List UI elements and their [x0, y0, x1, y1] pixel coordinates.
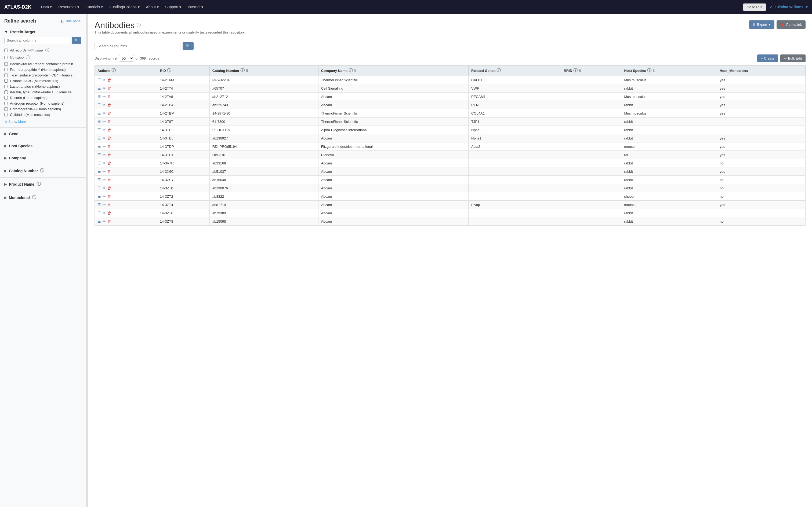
delete-icon-2[interactable]: 🗑: [107, 95, 111, 99]
sidebar-resizer[interactable]: ⋮: [86, 14, 88, 507]
edit-icon-9[interactable]: ✏: [103, 153, 106, 157]
view-icon-11[interactable]: ☰: [97, 169, 101, 174]
col-info-icon-actions[interactable]: ⓘ: [111, 68, 116, 73]
user-dropdown-icon[interactable]: ▾: [806, 5, 808, 9]
filter-option-4[interactable]: Lactotransferrin (Homo sapiens): [4, 84, 81, 89]
edit-icon-14[interactable]: ✏: [103, 194, 106, 199]
delete-icon-9[interactable]: 🗑: [107, 153, 111, 157]
nav-funding[interactable]: Funding/Collabs ▾: [106, 0, 143, 14]
title-info-icon[interactable]: ⓘ: [137, 22, 141, 28]
share-icon[interactable]: ↗: [769, 4, 773, 10]
delete-icon-0[interactable]: 🗑: [107, 78, 111, 82]
catalog-section-header[interactable]: ▶ Catalog Number ⓘ: [4, 167, 81, 175]
edit-icon-13[interactable]: ✏: [103, 186, 106, 190]
view-icon-6[interactable]: ☰: [97, 128, 101, 132]
view-icon-7[interactable]: ☰: [97, 136, 101, 140]
col-filter-icon-catalog[interactable]: ⇅: [246, 69, 248, 72]
col-info-icon-rid[interactable]: ⓘ: [167, 68, 171, 73]
protein-target-search-button[interactable]: 🔍: [72, 37, 81, 44]
view-icon-5[interactable]: ☰: [97, 119, 101, 124]
company-section-header[interactable]: ▶ Company: [4, 155, 81, 161]
edit-icon-16[interactable]: ✏: [103, 211, 106, 215]
filter-checkbox-2[interactable]: [4, 73, 8, 77]
filter-checkbox-6[interactable]: [4, 96, 8, 100]
view-icon-17[interactable]: ☰: [97, 219, 101, 223]
filter-option-1[interactable]: Pro-neuropeptide Y (Homo sapiens): [4, 67, 81, 72]
edit-icon-12[interactable]: ✏: [103, 178, 106, 182]
main-search-input[interactable]: [95, 42, 181, 50]
delete-icon-3[interactable]: 🗑: [107, 103, 111, 107]
filter-option-7[interactable]: Androgen receptor (Homo sapiens): [4, 101, 81, 106]
product-name-section-header[interactable]: ▶ Product Name ⓘ: [4, 180, 81, 188]
delete-icon-4[interactable]: 🗑: [107, 111, 111, 115]
delete-icon-15[interactable]: 🗑: [107, 203, 111, 207]
edit-icon-4[interactable]: ✏: [103, 111, 106, 115]
filter-option-no-value[interactable]: No value ⓘ: [4, 54, 81, 61]
col-filter-icon-rrid[interactable]: ⇅: [579, 69, 581, 72]
nav-tutorials[interactable]: Tutorials ▾: [83, 0, 106, 14]
edit-icon-1[interactable]: ✏: [103, 86, 106, 91]
create-button[interactable]: + Create: [757, 54, 778, 62]
bulk-edit-button[interactable]: ✏ Bulk Edit: [780, 54, 806, 62]
edit-icon-11[interactable]: ✏: [103, 169, 106, 174]
view-icon-15[interactable]: ☰: [97, 203, 101, 207]
main-search-button[interactable]: 🔍: [183, 42, 194, 50]
delete-icon-6[interactable]: 🗑: [107, 128, 111, 132]
permalink-button[interactable]: 🔖 Permalink: [776, 20, 806, 29]
filter-checkbox-7[interactable]: [4, 102, 8, 105]
filter-option-9[interactable]: Calbindin (Mus musculus): [4, 112, 81, 117]
export-button[interactable]: ⊞ Export ▾: [749, 20, 775, 29]
view-icon-2[interactable]: ☰: [97, 95, 101, 99]
edit-icon-7[interactable]: ✏: [103, 136, 106, 140]
monoclonal-section-header[interactable]: ▶ Monoclonal ⓘ: [4, 194, 81, 202]
nav-data[interactable]: Data ▾: [38, 0, 55, 14]
view-icon-0[interactable]: ☰: [97, 78, 101, 82]
delete-icon-16[interactable]: 🗑: [107, 211, 111, 215]
filter-checkbox-all-records[interactable]: [4, 49, 8, 52]
edit-icon-6[interactable]: ✏: [103, 128, 106, 132]
per-page-select[interactable]: 50 10 25 100 200: [119, 55, 134, 62]
col-info-icon-host[interactable]: ⓘ: [647, 68, 651, 73]
host-species-section-header[interactable]: ▶ Host Species: [4, 143, 81, 149]
protein-target-header[interactable]: ▼ Protein Target: [4, 30, 81, 34]
delete-icon-1[interactable]: 🗑: [107, 86, 111, 91]
edit-icon-17[interactable]: ✏: [103, 219, 106, 223]
view-icon-1[interactable]: ☰: [97, 86, 101, 91]
view-icon-4[interactable]: ☰: [97, 111, 101, 115]
filter-option-6[interactable]: Decorin (Homo sapiens): [4, 95, 81, 101]
delete-icon-14[interactable]: 🗑: [107, 194, 111, 199]
delete-icon-11[interactable]: 🗑: [107, 169, 111, 174]
delete-icon-12[interactable]: 🗑: [107, 178, 111, 182]
view-icon-3[interactable]: ☰: [97, 103, 101, 107]
col-info-icon-genes[interactable]: ⓘ: [497, 68, 501, 73]
filter-checkbox-no-value[interactable]: [4, 56, 8, 59]
delete-icon-13[interactable]: 🗑: [107, 186, 111, 190]
filter-checkbox-3[interactable]: [4, 79, 8, 82]
filter-checkbox-9[interactable]: [4, 113, 8, 116]
filter-checkbox-0[interactable]: [4, 62, 8, 66]
show-more-button[interactable]: ⊕ Show More: [4, 119, 26, 125]
delete-icon-7[interactable]: 🗑: [107, 136, 111, 140]
brand-logo[interactable]: ATLAS-D2K: [4, 4, 32, 10]
go-to-rid-button[interactable]: Go to RID: [743, 3, 766, 11]
view-icon-12[interactable]: ☰: [97, 178, 101, 182]
filter-checkbox-5[interactable]: [4, 91, 8, 94]
edit-icon-3[interactable]: ✏: [103, 103, 106, 107]
nav-resources[interactable]: Resources ▾: [55, 0, 83, 14]
filter-option-2[interactable]: T-cell surface glycoprotein CD4 (Homo s.…: [4, 72, 81, 78]
col-filter-icon-company[interactable]: ⇅: [354, 69, 356, 72]
filter-checkbox-8[interactable]: [4, 107, 8, 111]
user-menu[interactable]: Cristina Williams: [775, 5, 803, 9]
col-info-icon-company[interactable]: ⓘ: [349, 68, 353, 73]
delete-icon-5[interactable]: 🗑: [107, 119, 111, 124]
edit-icon-0[interactable]: ✏: [103, 78, 106, 82]
edit-icon-5[interactable]: ✏: [103, 119, 106, 124]
edit-icon-10[interactable]: ✏: [103, 161, 106, 165]
protein-target-search-input[interactable]: [4, 37, 70, 44]
filter-checkbox-1[interactable]: [4, 68, 8, 71]
gene-section-header[interactable]: ▶ Gene: [4, 131, 81, 137]
edit-icon-2[interactable]: ✏: [103, 95, 106, 99]
delete-icon-8[interactable]: 🗑: [107, 144, 111, 149]
filter-option-0[interactable]: Baculoviral IAP repeat-containing protei…: [4, 61, 81, 67]
view-icon-8[interactable]: ☰: [97, 144, 101, 149]
